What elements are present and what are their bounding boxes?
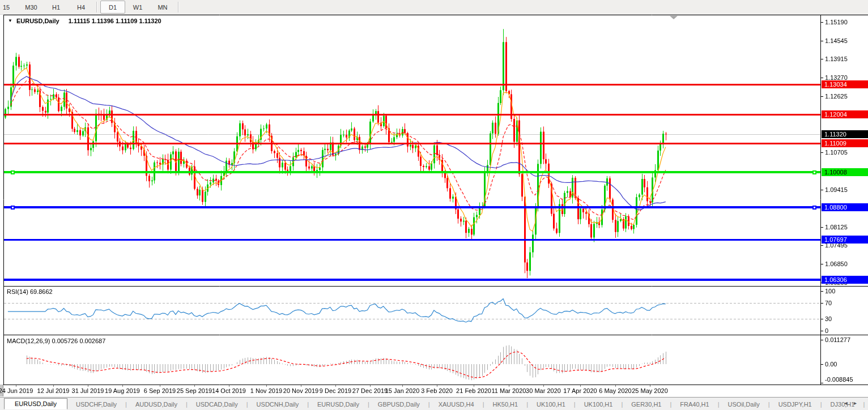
date-axis-label: 6 May 2020 (599, 387, 631, 394)
price-tick-label: 1.14545 (825, 37, 848, 44)
chart-tab-usdjpy-h1[interactable]: USDJPY,H1 (770, 399, 820, 409)
macd-label: MACD(12,26,9) 0.005726 0.002687 (7, 338, 105, 344)
chart-tab-usoil-daily[interactable]: USOil,Daily (720, 399, 768, 409)
chart-tab-ger30-h1[interactable]: GER30,H1 (623, 399, 670, 409)
price-tick-label: 1.06850 (825, 260, 848, 267)
chart-tab-eurusd-daily[interactable]: EURUSD,Daily (309, 399, 368, 409)
chart-ohlc-values: 1.11115 1.11396 1.11109 1.11320 (69, 18, 161, 24)
chart-canvas[interactable] (0, 0, 868, 410)
chart-tab-usdcad-daily[interactable]: USDCAD,Daily (188, 399, 246, 409)
date-axis-label: 27 Dec 2019 (352, 387, 388, 394)
date-axis-label: 30 Mar 2020 (526, 387, 561, 394)
date-axis-label: 24 Jun 2019 (0, 387, 33, 394)
date-axis-label: 14 Oct 2019 (212, 387, 246, 394)
chart-tab-xauusd-h4[interactable]: XAUUSD,H4 (430, 399, 483, 409)
price-tick-label: 1.12625 (825, 93, 848, 100)
chart-tab-uk100-h1[interactable]: UK100,H1 (576, 399, 622, 409)
chart-tab-usdchf-daily[interactable]: USDCHF,Daily (67, 399, 125, 409)
price-tick-label: 1.08125 (825, 224, 848, 230)
date-axis-label: 1 Nov 2019 (250, 387, 282, 394)
macd-tick-label: 0.00 (825, 361, 837, 368)
rsi-tick-label: 0 (825, 327, 828, 334)
hline-price-badge: 1.07697 (822, 236, 868, 244)
chart-title: ▼ EURUSD,Daily 1.11115 1.11396 1.11109 1… (8, 18, 161, 24)
rsi-tick-label: 100 (825, 288, 835, 294)
trading-terminal: { "toolbar": { "timeframes": ["15","M30"… (0, 0, 868, 410)
rsi-tick-label: 70 (825, 300, 832, 306)
chart-symbol-label: EURUSD,Daily (16, 18, 59, 24)
chart-tab-hk50-h1[interactable]: HK50,H1 (484, 399, 527, 409)
hline-price-badge: 1.06306 (822, 276, 868, 284)
hline-price-badge: 1.11009 (822, 139, 868, 147)
hline-price-badge: 1.13034 (822, 80, 868, 88)
price-tick-label: 1.10705 (825, 149, 848, 156)
date-axis-label: 25 Sep 2019 (177, 387, 212, 394)
date-axis-label: 21 Feb 2020 (456, 387, 491, 394)
hline-price-badge: 1.12004 (822, 110, 868, 118)
current-price-badge: 1.11320 (822, 130, 868, 138)
date-axis-label: 31 Jul 2019 (72, 387, 104, 394)
price-tick-label: 1.15190 (825, 19, 848, 25)
date-axis-label: 11 Mar 2020 (492, 387, 526, 394)
date-axis-label: 15 Jan 2020 (385, 387, 420, 394)
date-axis-label: 9 Dec 2019 (320, 387, 351, 394)
chart-tab-usdcnh-daily[interactable]: USDCNH,Daily (248, 399, 308, 409)
hline-price-badge: 1.10008 (822, 168, 868, 176)
chart-dropdown-icon[interactable]: ▼ (8, 18, 12, 23)
chart-tab-eurusd-daily[interactable]: EURUSD,Daily (4, 398, 67, 409)
rsi-tick-label: 30 (825, 315, 832, 322)
hline-price-badge: 1.08800 (822, 203, 868, 211)
price-tick-label: 1.13915 (825, 55, 848, 62)
date-axis-label: 12 Jul 2019 (37, 387, 70, 394)
tab-scroll-arrows[interactable]: ◂▸ (844, 400, 863, 406)
date-axis-label: 19 Aug 2019 (105, 387, 140, 394)
rsi-label: RSI(14) 69.8662 (7, 288, 53, 295)
chart-tab-bar: EURUSD,DailyUSDCHF,Daily|AUDUSD,Daily|US… (0, 397, 868, 410)
chart-tab-fra40-h1[interactable]: FRA40,H1 (671, 399, 717, 409)
date-axis-label: 25 May 2020 (632, 387, 668, 394)
chart-tab-uk100-h1[interactable]: UK100,H1 (528, 399, 574, 409)
chart-tab-gbpusd-daily[interactable]: GBPUSD,Daily (369, 399, 428, 409)
date-axis-label: 6 Sep 2019 (144, 387, 176, 394)
date-axis-label: 3 Feb 2020 (421, 387, 453, 394)
chart-tab-audusd-daily[interactable]: AUDUSD,Daily (127, 399, 186, 409)
date-axis-label: 20 Nov 2019 (283, 387, 318, 394)
price-tick-label: 1.09415 (825, 186, 848, 193)
date-axis-label: 17 Apr 2020 (563, 387, 597, 394)
macd-tick-label: -0.008845 (825, 376, 853, 383)
macd-tick-label: 0.011277 (825, 336, 850, 343)
